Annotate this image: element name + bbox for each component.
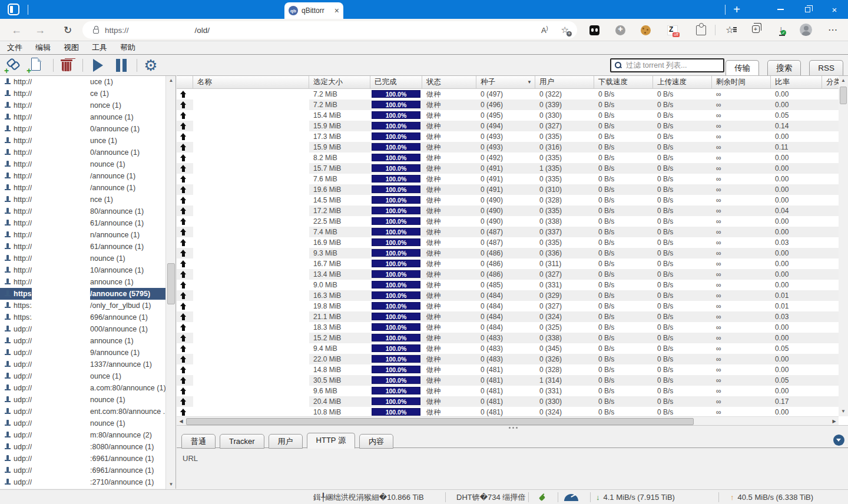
tracker-item[interactable]: udp://lounce (1) (0, 370, 166, 382)
downloads-icon[interactable]: ↓✓ (779, 24, 783, 35)
column-header-状态[interactable]: 状态 (422, 76, 476, 88)
tracker-item[interactable]: http://announce (1) (0, 111, 166, 123)
detail-tab-内容[interactable]: 内容 (359, 434, 393, 449)
menu-item-视图[interactable]: 视图 (64, 42, 79, 53)
torrent-row[interactable]: 15.9 MiB100.0%做种0 (493)0 (316)0 B/s0 B/s… (177, 142, 839, 152)
panel-splitter[interactable] (177, 425, 848, 430)
scroll-down-icon[interactable]: ▼ (166, 480, 176, 489)
pause-icon[interactable] (113, 57, 130, 74)
torrent-row[interactable]: 17.3 MiB100.0%做种0 (493)0 (335)0 B/s0 B/s… (177, 131, 839, 142)
extensions-puzzle-icon[interactable] (696, 25, 706, 35)
back-icon[interactable]: ← (6, 19, 26, 41)
tracker-item[interactable]: http://80/announce (1) (0, 205, 166, 217)
torrent-row[interactable]: 15.4 MiB100.0%做种0 (495)0 (330)0 B/s0 B/s… (177, 110, 839, 121)
tracker-item[interactable]: http://nonce (1) (0, 100, 166, 111)
tracker-item[interactable]: http://0/announce (1) (0, 147, 166, 158)
column-header-名称[interactable]: 名称 (193, 76, 309, 88)
collections-icon[interactable] (752, 25, 760, 33)
tracker-item[interactable]: udp://t:2710/announce (1) (0, 476, 166, 488)
torrent-row[interactable]: 22.5 MiB100.0%做种0 (490)0 (338)0 B/s0 B/s… (177, 216, 839, 227)
torrent-row[interactable]: 18.3 MiB100.0%做种0 (484)0 (325)0 B/s0 B/s… (177, 322, 839, 333)
cookie-extension-icon[interactable] (641, 25, 651, 35)
menu-item-文件[interactable]: 文件 (7, 42, 22, 53)
detail-tab-Tracker[interactable]: Tracker (220, 434, 264, 449)
resume-icon[interactable] (90, 57, 106, 74)
tracker-item[interactable]: http://announce (1) (0, 276, 166, 288)
tracker-item[interactable]: http://unce (1) (0, 135, 166, 147)
tracker-item[interactable]: http://n/announce (1) (0, 229, 166, 241)
tracker-item[interactable]: udp://t:6961/announce (1) (0, 453, 166, 465)
torrent-row[interactable]: 14.5 MiB100.0%做种0 (490)0 (328)0 B/s0 B/s… (177, 195, 839, 205)
torrent-row[interactable]: 7.6 MiB100.0%做种0 (491)0 (335)0 B/s0 B/s∞… (177, 174, 839, 184)
tracker-item[interactable]: udp://lannounce (1) (0, 335, 166, 347)
tracker-item[interactable]: udp://t:6961/announce (1) (0, 465, 166, 476)
tracker-item[interactable]: http://nce (1) (0, 194, 166, 205)
torrent-row[interactable]: 13.4 MiB100.0%做种0 (486)0 (327)0 B/s0 B/s… (177, 269, 839, 280)
add-torrent-file-icon[interactable]: + (28, 57, 44, 74)
scroll-up-icon[interactable]: ▲ (166, 76, 176, 85)
torrent-row[interactable]: 7.2 MiB100.0%做种0 (496)0 (339)0 B/s0 B/s∞… (177, 100, 839, 110)
tracker-item[interactable]: http://10/announce (1) (0, 264, 166, 276)
column-header-priority[interactable] (177, 76, 193, 88)
torrent-filter-search[interactable] (610, 58, 724, 72)
tracker-item[interactable]: http:///announce (1) (0, 182, 166, 194)
detail-tab-HTTP 源[interactable]: HTTP 源 (307, 433, 355, 449)
view-tab-搜索[interactable]: 搜索 (767, 60, 801, 75)
options-gear-icon[interactable]: ⚙ (143, 57, 159, 74)
torrent-row[interactable]: 16.7 MiB100.0%做种0 (486)0 (311)0 B/s0 B/s… (177, 258, 839, 269)
scroll-up-icon[interactable]: ▲ (839, 76, 848, 85)
menu-item-工具[interactable]: 工具 (92, 42, 107, 53)
torrent-row[interactable]: 14.8 MiB100.0%做种0 (481)0 (328)0 B/s0 B/s… (177, 364, 839, 375)
tracker-item[interactable]: udp://1337/announce (1) (0, 359, 166, 370)
column-header-比率[interactable]: 比率 (771, 76, 822, 88)
column-header-选定大小[interactable]: 选定大小 (309, 76, 370, 88)
scrollbar-thumb[interactable] (840, 87, 847, 104)
torrent-row[interactable]: 16.3 MiB100.0%做种0 (484)0 (329)0 B/s0 B/s… (177, 290, 839, 301)
sidebar-scrollbar[interactable]: ▲ ▼ (165, 76, 175, 489)
torrent-row[interactable]: 8.2 MiB100.0%做种0 (492)0 (335)0 B/s0 B/s∞… (177, 152, 839, 163)
speed-limit-gauge-icon[interactable] (564, 494, 578, 501)
add-torrent-link-icon[interactable]: + (5, 57, 22, 74)
torrent-row[interactable]: 7.4 MiB100.0%做种0 (487)0 (337)0 B/s0 B/s∞… (177, 227, 839, 237)
connection-status-icon[interactable] (537, 493, 546, 502)
menu-item-帮助[interactable]: 帮助 (120, 42, 135, 53)
torrent-row[interactable]: 19.8 MiB100.0%做种0 (484)0 (327)0 B/s0 B/s… (177, 301, 839, 311)
column-header-用户[interactable]: 用户 (535, 76, 594, 88)
view-tab-传输[interactable]: 传输 (726, 60, 759, 75)
scrollbar-thumb[interactable] (186, 418, 694, 425)
table-hscrollbar[interactable]: ◀ ▶ (177, 416, 839, 425)
torrent-row[interactable]: 20.4 MiB100.0%做种0 (481)0 (330)0 B/s0 B/s… (177, 396, 839, 407)
column-header-已完成[interactable]: 已完成 (370, 76, 422, 88)
table-vscrollbar[interactable]: ▲ ▼ (839, 76, 848, 416)
torrent-row[interactable]: 21.1 MiB100.0%做种0 (484)0 (324)0 B/s0 B/s… (177, 311, 839, 322)
favorites-hub-icon[interactable]: ☆ (726, 24, 734, 35)
delete-icon[interactable] (58, 57, 75, 74)
workspaces-icon[interactable] (8, 4, 19, 15)
flag-off-extension-icon[interactable]: off (667, 25, 678, 35)
tab-close-icon[interactable]: × (334, 6, 339, 15)
tracker-item[interactable]: http://0/announce (1) (0, 123, 166, 135)
tracker-item[interactable]: udp://9/announce (1) (0, 347, 166, 359)
column-header-种子[interactable]: 种子▼ (476, 76, 535, 88)
torrent-row[interactable]: 15.7 MiB100.0%做种0 (491)1 (335)0 B/s0 B/s… (177, 163, 839, 174)
torrent-row[interactable]: 9.3 MiB100.0%做种0 (486)0 (336)0 B/s0 B/s∞… (177, 248, 839, 258)
torrent-row[interactable]: 7.2 MiB100.0%做种0 (497)0 (322)0 B/s0 B/s∞… (177, 89, 839, 100)
scrollbar-thumb[interactable] (167, 263, 175, 304)
torrent-row[interactable]: 15.9 MiB100.0%做种0 (494)0 (327)0 B/s0 B/s… (177, 121, 839, 131)
tracker-item[interactable]: https://only_for_ylbud (1) (0, 300, 166, 311)
forward-icon[interactable]: → (30, 19, 50, 41)
tracker-item[interactable]: http:///announce (1) (0, 170, 166, 182)
column-header-上传速度[interactable]: 上传速度 (653, 76, 712, 88)
tracker-item[interactable]: http://nounce (1) (0, 158, 166, 170)
tracker-item[interactable]: udp://tnounce (1) (0, 394, 166, 406)
restore-button[interactable] (794, 0, 821, 19)
torrent-row[interactable]: 19.6 MiB100.0%做种0 (491)0 (310)0 B/s0 B/s… (177, 184, 839, 195)
tracker-item[interactable]: udp://tnounce (1) (0, 417, 166, 429)
tracker-item[interactable]: udp://tm:80/announce (2) (0, 429, 166, 441)
address-bar[interactable]: https:// /old/ A) ☆+ (82, 21, 577, 39)
scroll-down-icon[interactable]: ▼ (839, 407, 848, 416)
add-favorite-icon[interactable]: ☆+ (561, 25, 569, 35)
view-tab-RSS[interactable]: RSS (809, 60, 843, 75)
torrent-row[interactable]: 9.4 MiB100.0%做种0 (483)0 (345)0 B/s0 B/s∞… (177, 343, 839, 354)
tracker-item[interactable]: http://nounce (1) (0, 253, 166, 264)
